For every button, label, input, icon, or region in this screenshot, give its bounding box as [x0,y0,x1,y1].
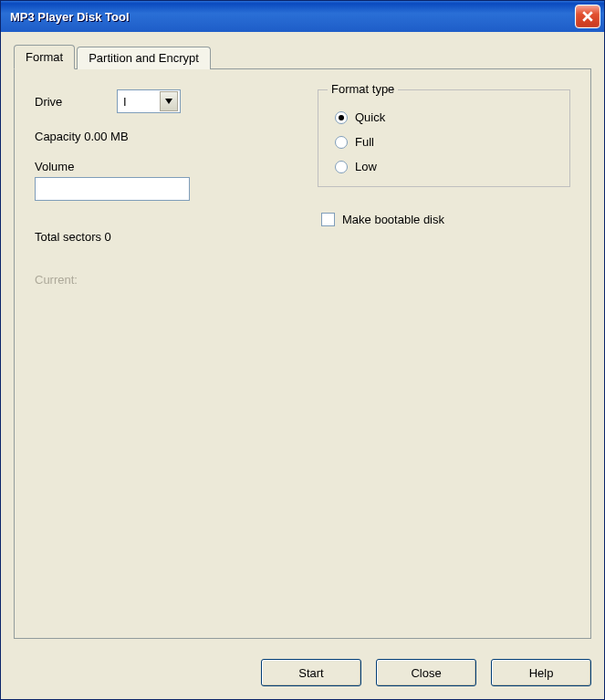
help-button[interactable]: Help [491,659,591,686]
left-column: Drive I Capacity 0.00 MB Volume [35,89,272,618]
capacity-row: Capacity 0.00 MB [35,130,272,143]
radio-quick[interactable]: Quick [335,110,557,124]
volume-row: Volume [35,160,272,201]
close-button[interactable] [575,5,600,28]
tab-strip: Format Partition and Encrypt [14,45,591,69]
window-title: MP3 Player Disk Tool [10,10,130,24]
current-row: Current: [35,273,272,287]
capacity-label: Capacity 0.00 MB [35,130,129,143]
button-label: Help [529,666,554,680]
tab-label: Format [26,50,63,64]
total-sectors-row: Total sectors 0 [35,230,272,244]
checkbox-icon [321,213,335,226]
radio-icon [335,111,348,124]
tab-format[interactable]: Format [14,45,75,69]
close-icon [582,11,593,22]
dropdown-arrow [160,91,178,111]
drive-select[interactable]: I [117,89,181,113]
drive-row: Drive I [35,89,272,113]
tab-label: Partition and Encrypt [89,51,199,65]
radio-icon [335,136,348,149]
volume-label: Volume [35,160,74,173]
right-column: Format type Quick Full Low [318,89,570,618]
format-type-group: Format type Quick Full Low [318,89,570,187]
close-window-button[interactable]: Close [376,659,476,686]
bootable-label: Make bootable disk [342,213,444,226]
button-label: Start [298,666,323,680]
format-type-legend: Format type [328,82,398,96]
button-label: Close [411,666,441,680]
window: MP3 Player Disk Tool Format Partition an… [0,0,605,700]
drive-label: Drive [35,95,117,109]
tab-panel-format: Drive I Capacity 0.00 MB Volume [14,68,591,639]
button-bar: Start Close Help [1,648,604,699]
titlebar: MP3 Player Disk Tool [1,1,604,32]
client-area: Format Partition and Encrypt Drive I [1,32,604,648]
bootable-checkbox[interactable]: Make bootable disk [321,213,570,226]
drive-value: I [118,95,160,109]
radio-label: Low [355,160,377,173]
radio-label: Quick [355,110,385,124]
radio-label: Full [355,135,374,149]
total-sectors-label: Total sectors 0 [35,230,111,244]
radio-full[interactable]: Full [335,135,557,149]
volume-input[interactable] [35,177,190,201]
radio-low[interactable]: Low [335,160,557,173]
tab-partition-encrypt[interactable]: Partition and Encrypt [77,47,211,69]
chevron-down-icon [165,99,172,104]
current-label: Current: [35,273,78,287]
radio-icon [335,161,348,173]
start-button[interactable]: Start [261,659,361,686]
